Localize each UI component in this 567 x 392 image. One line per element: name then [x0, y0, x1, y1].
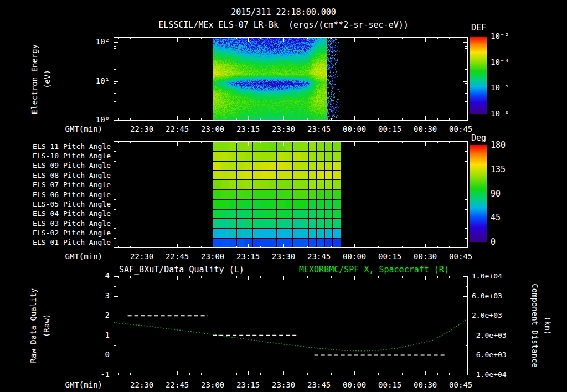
distance-tick-label: -1.0e+04 [472, 370, 507, 379]
time-tick-label: 23:30 [266, 380, 301, 389]
time-tick-label: 00:15 [372, 125, 408, 133]
quality-ylabel-line1: Raw Data Quality [29, 259, 38, 392]
time-tick-label: 23:45 [301, 252, 337, 261]
pitch-row-label: ELS-08 Pitch Angle [22, 171, 111, 179]
deg-colorbar-tick-label: 0 [491, 237, 496, 247]
distance-tick-label: 2.0e+03 [472, 311, 502, 319]
time-tick-label: 22:30 [124, 380, 159, 389]
time-tick-label: 23:30 [266, 252, 301, 261]
deg-colorbar-tick-label: 180 [491, 140, 506, 150]
time-axis-row-1: GMT(min)22:3022:4523:0023:1523:3023:4500… [0, 125, 567, 135]
time-axis-row-3: GMT(min)22:3022:4523:0023:1523:3023:4500… [0, 380, 567, 390]
time-tick-label: 22:30 [124, 252, 159, 261]
deg-colorbar-tick-label: 90 [491, 189, 501, 199]
energy-tick-label: 10² [86, 37, 110, 46]
time-tick-label: 00:30 [408, 125, 443, 133]
time-tick-label: 00:30 [408, 252, 443, 261]
distance-tick-label: 1.0e+04 [472, 272, 502, 280]
time-tick-label: 23:00 [195, 380, 230, 389]
quality-tick-label: -1 [87, 370, 110, 379]
time-tick-label: 00:15 [372, 252, 408, 261]
distance-ylabel-line1: Component Distance [530, 259, 539, 392]
gmt-axis-label: GMT(min) [30, 125, 102, 133]
time-tick-label: 22:45 [159, 252, 195, 261]
time-tick-label: 00:45 [443, 252, 478, 261]
pitch-row-label: ELS-01 Pitch Angle [22, 238, 111, 246]
distance-tick-label: 6.0e+03 [472, 292, 502, 300]
pitch-row-label: ELS-10 Pitch Angle [22, 152, 111, 160]
quality-canvas [114, 276, 467, 375]
time-tick-label: 00:15 [372, 380, 408, 389]
def-colorbar-tick-label: 10⁻³ [491, 32, 509, 40]
def-colorbar-tick-label: 10⁻⁶ [491, 109, 509, 118]
time-tick-label: 23:45 [301, 380, 337, 389]
pitch-row-label: ELS-07 Pitch Angle [22, 180, 111, 189]
time-tick-label: 00:45 [443, 380, 478, 389]
time-tick-label: 23:00 [195, 252, 230, 261]
pitch-row-label: ELS-02 Pitch Angle [22, 229, 111, 237]
time-tick-label: 22:45 [159, 125, 195, 133]
time-tick-label: 00:45 [443, 125, 478, 133]
time-tick-label: 22:45 [159, 380, 195, 389]
quality-tick-label: 4 [87, 271, 110, 280]
distance-ylabel-line2: (km) [543, 259, 552, 392]
gmt-axis-label: GMT(min) [30, 252, 102, 261]
time-tick-label: 00:00 [337, 252, 372, 261]
pitch-row-label: ELS-04 Pitch Angle [22, 209, 111, 218]
def-colorbar-tick-label: 10⁻⁴ [491, 58, 509, 66]
cdaweb-plot-page: 2015/311 22:18:00.000 ELSSCIL/MEx ELS-07… [0, 0, 567, 392]
distance-tick-label: -6.0e+03 [472, 350, 507, 359]
pitch-row-label: ELS-11 Pitch Angle [22, 142, 111, 151]
time-tick-label: 00:30 [408, 380, 443, 389]
energy-tick-label: 10⁰ [86, 115, 110, 124]
time-tick-label: 00:00 [337, 125, 372, 133]
quality-tick-label: 3 [87, 291, 110, 300]
time-tick-label: 23:45 [301, 125, 337, 133]
spectrogram-canvas [114, 38, 467, 120]
time-tick-label: 22:30 [124, 125, 159, 133]
spectrogram-plot-area [114, 37, 468, 121]
time-tick-label: 23:15 [230, 380, 266, 389]
distance-tick-label: -2.0e+03 [472, 331, 507, 339]
time-tick-label: 23:15 [230, 125, 266, 133]
quality-ylabel-line2: (Raw) [42, 259, 51, 392]
time-tick-label: 23:30 [266, 125, 301, 133]
energy-tick-label: 10¹ [86, 76, 110, 85]
deg-colorbar-tick-label: 135 [491, 164, 506, 174]
def-colorbar [470, 37, 487, 114]
pitch-row-label: ELS-03 Pitch Angle [22, 219, 111, 228]
gmt-axis-label: GMT(min) [30, 380, 102, 389]
deg-colorbar [470, 145, 487, 242]
time-tick-label: 23:00 [195, 125, 230, 133]
def-colorbar-title: DEF [471, 23, 486, 33]
pitch-row-label: ELS-05 Pitch Angle [22, 200, 111, 208]
pitch-angle-canvas [114, 142, 467, 247]
spacecraft-title: MEXORBMC/SPF X, Spacecraft (R) [299, 265, 449, 275]
deg-colorbar-tick-label: 45 [491, 213, 501, 223]
quality-title: SAF_BXuT/Data Quality (L) [119, 265, 244, 275]
pitch-row-label: ELS-06 Pitch Angle [22, 190, 111, 199]
quality-tick-label: 1 [87, 331, 110, 339]
datetime-title: 2015/311 22:18:00.000 [0, 7, 567, 17]
quality-tick-label: 0 [87, 350, 110, 359]
time-tick-label: 23:15 [230, 252, 266, 261]
pitch-angle-plot-area [114, 141, 468, 248]
def-colorbar-tick-label: 10⁻⁵ [491, 83, 509, 92]
pitch-row-label: ELS-09 Pitch Angle [22, 161, 111, 169]
quality-tick-label: 2 [87, 311, 110, 319]
quality-plot-area [114, 276, 468, 375]
time-tick-label: 00:00 [337, 380, 372, 389]
time-axis-row-2: GMT(min)22:3022:4523:0023:1523:3023:4500… [0, 252, 567, 262]
